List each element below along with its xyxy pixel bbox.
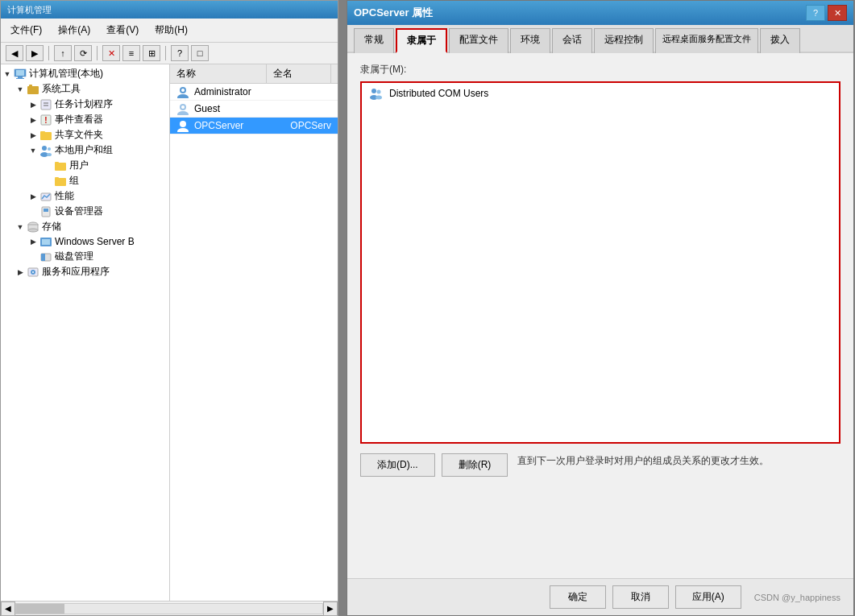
tree-task-scheduler[interactable]: ▶ 任务计划程序	[1, 97, 169, 112]
tree-windows-server[interactable]: ▶ Windows Server B	[1, 234, 169, 249]
folder-shared-icon	[39, 129, 52, 142]
left-panel: 计算机管理 文件(F) 操作(A) 查看(V) 帮助(H) ◀ ▶ ↑ ⟳ ✕ …	[0, 0, 338, 616]
tree-local-label: 本地用户和组	[55, 143, 113, 157]
expand-shared: ▶	[28, 130, 38, 140]
tree-users[interactable]: ▶ 用户	[1, 158, 169, 173]
delete-btn[interactable]: ✕	[102, 45, 120, 61]
right-list-panel: 名称 全名 Administrator	[170, 64, 338, 601]
svg-point-43	[371, 89, 376, 93]
separator-1	[48, 46, 49, 60]
members-list[interactable]: Distributed COM Users	[360, 81, 840, 444]
tree-root[interactable]: ▼ 计算机管理(本地)	[1, 66, 169, 81]
list-item-opcserver[interactable]: OPCServer OPCServ	[170, 118, 338, 134]
dialog-body: 隶属于(M): Distributed COM Users 添加(D)... 删…	[347, 53, 853, 578]
tree-users-label: 用户	[69, 159, 89, 172]
opcserver-name: OPCServer	[194, 120, 290, 131]
expand-root: ▼	[2, 69, 12, 79]
tree-ws-label: Windows Server B	[55, 236, 135, 247]
menu-view[interactable]: 查看(V)	[103, 22, 142, 39]
svg-text:!: !	[44, 116, 47, 125]
forward-btn[interactable]: ▶	[26, 45, 44, 61]
task-icon	[39, 98, 52, 111]
help-btn[interactable]: ?	[171, 45, 189, 61]
tree-panel: ▼ 计算机管理(本地) ▼ 系统工具	[1, 64, 170, 601]
svg-point-17	[47, 153, 52, 156]
copy-btn[interactable]: ⊞	[143, 45, 160, 61]
watermark: CSDN @y_happiness	[754, 593, 840, 602]
svg-rect-2	[16, 70, 24, 76]
tree-event-label: 事件查看器	[55, 113, 103, 126]
tree-system-label: 系统工具	[42, 82, 81, 96]
tree-task-label: 任务计划程序	[55, 97, 113, 111]
scroll-right[interactable]: ▶	[323, 602, 338, 616]
properties-btn[interactable]: ≡	[122, 45, 140, 61]
tree-services[interactable]: ▶ 服务和应用程序	[1, 264, 169, 279]
svg-rect-31	[41, 254, 45, 261]
tools-icon	[27, 83, 39, 96]
tab-profile[interactable]: 配置文件	[449, 28, 508, 53]
tree-device-mgr[interactable]: ▶ 设备管理器	[1, 204, 169, 219]
users-icon	[39, 144, 52, 157]
tab-member-of[interactable]: 隶属于	[396, 28, 447, 53]
tree-local-users[interactable]: ▼ 本地用户和组	[1, 143, 169, 158]
tree-performance[interactable]: ▶ 性能	[1, 188, 169, 204]
scroll-left[interactable]: ◀	[1, 602, 15, 616]
add-button[interactable]: 添加(D)...	[360, 453, 435, 477]
menu-action[interactable]: 操作(A)	[55, 22, 93, 39]
member-distributed-com[interactable]: Distributed COM Users	[362, 83, 839, 104]
device-icon	[39, 205, 52, 218]
svg-point-46	[376, 96, 382, 100]
ok-button[interactable]: 确定	[550, 585, 606, 609]
left-titlebar: 计算机管理	[1, 1, 338, 19]
up-btn[interactable]: ↑	[54, 45, 72, 61]
menu-file[interactable]: 文件(F)	[7, 22, 45, 39]
bottom-section: 添加(D)... 删除(R) 直到下一次用户登录时对用户的组成员关系的更改才生效…	[360, 453, 840, 477]
ws-icon	[39, 235, 52, 248]
svg-rect-29	[42, 239, 50, 245]
tab-remote-desktop[interactable]: 远程桌面服务配置文件	[655, 28, 758, 53]
tree-device-label: 设备管理器	[55, 205, 103, 218]
col-name-header[interactable]: 名称	[170, 64, 267, 83]
menu-help[interactable]: 帮助(H)	[151, 22, 191, 39]
list-item-admin[interactable]: Administrator	[170, 84, 338, 101]
export-btn[interactable]: □	[191, 45, 209, 61]
svg-point-36	[177, 94, 189, 98]
scrollbar-thumb[interactable]	[16, 604, 64, 614]
tree-system-tools[interactable]: ▼ 系统工具	[1, 81, 169, 97]
refresh-btn[interactable]: ⟳	[74, 45, 92, 61]
tree-event-viewer[interactable]: ▶ ! 事件查看器	[1, 112, 169, 127]
remove-button[interactable]: 删除(R)	[442, 453, 508, 477]
svg-rect-18	[55, 163, 66, 171]
tab-environment[interactable]: 环境	[510, 28, 550, 53]
guest-icon	[176, 102, 189, 115]
tree-groups[interactable]: ▶ 组	[1, 173, 169, 188]
cancel-button[interactable]: 取消	[612, 585, 669, 609]
computer-icon	[14, 68, 27, 81]
expand-local: ▼	[28, 146, 38, 155]
apply-button[interactable]: 应用(A)	[675, 585, 741, 609]
tab-session[interactable]: 会话	[552, 28, 592, 53]
disk-icon	[39, 250, 52, 263]
tab-dial-in[interactable]: 拨入	[760, 28, 800, 53]
group-folder-icon	[54, 175, 67, 188]
svg-point-14	[42, 146, 47, 151]
tab-remote-control[interactable]: 远程控制	[594, 28, 654, 53]
svg-rect-13	[40, 131, 45, 134]
dialog-help-btn[interactable]: ?	[806, 5, 825, 21]
list-item-guest[interactable]: Guest	[170, 101, 338, 118]
svg-rect-4	[16, 78, 24, 79]
expand-event: ▶	[28, 115, 38, 125]
svg-rect-7	[41, 100, 51, 110]
tree-shared-folders[interactable]: ▶ 共享文件夹	[1, 127, 169, 143]
admin-icon	[176, 85, 189, 98]
dialog-close-btn[interactable]: ✕	[828, 5, 847, 21]
panel-content: ▼ 计算机管理(本地) ▼ 系统工具	[1, 64, 338, 601]
tab-general[interactable]: 常规	[354, 28, 394, 53]
tree-disk-mgmt[interactable]: ▶ 磁盘管理	[1, 249, 169, 264]
left-title-text: 计算机管理	[7, 4, 52, 16]
scrollbar-track[interactable]	[15, 603, 323, 614]
tree-perf-label: 性能	[55, 189, 74, 203]
back-btn[interactable]: ◀	[6, 45, 23, 61]
col-fullname-header[interactable]: 全名	[267, 64, 331, 83]
tree-storage[interactable]: ▼ 存储	[1, 219, 169, 234]
